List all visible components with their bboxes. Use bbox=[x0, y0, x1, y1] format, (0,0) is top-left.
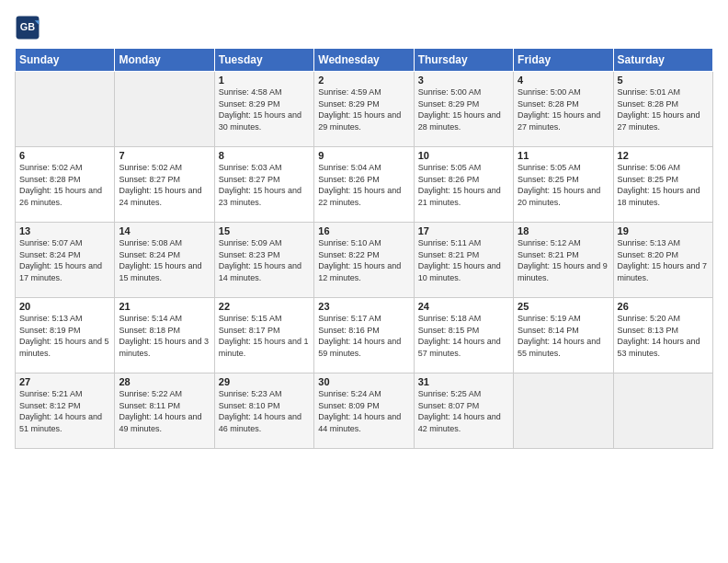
calendar-week-row: 13Sunrise: 5:07 AM Sunset: 8:24 PM Dayli… bbox=[16, 223, 713, 298]
calendar-cell: 24Sunrise: 5:18 AM Sunset: 8:15 PM Dayli… bbox=[414, 298, 513, 373]
day-info: Sunrise: 5:14 AM Sunset: 8:18 PM Dayligh… bbox=[119, 313, 210, 359]
calendar-cell: 12Sunrise: 5:06 AM Sunset: 8:25 PM Dayli… bbox=[613, 147, 712, 223]
calendar-cell: 1Sunrise: 4:58 AM Sunset: 8:29 PM Daylig… bbox=[214, 72, 313, 147]
day-number: 19 bbox=[618, 225, 709, 236]
logo: GB bbox=[15, 15, 44, 40]
calendar-cell: 16Sunrise: 5:10 AM Sunset: 8:22 PM Dayli… bbox=[314, 223, 414, 298]
calendar-cell: 15Sunrise: 5:09 AM Sunset: 8:23 PM Dayli… bbox=[214, 223, 313, 298]
day-info: Sunrise: 5:21 AM Sunset: 8:12 PM Dayligh… bbox=[19, 388, 110, 434]
day-info: Sunrise: 5:15 AM Sunset: 8:17 PM Dayligh… bbox=[219, 313, 310, 359]
calendar-cell: 13Sunrise: 5:07 AM Sunset: 8:24 PM Dayli… bbox=[16, 223, 115, 298]
calendar-cell: 14Sunrise: 5:08 AM Sunset: 8:24 PM Dayli… bbox=[115, 223, 214, 298]
col-monday: Monday bbox=[115, 49, 214, 72]
col-friday: Friday bbox=[514, 49, 613, 72]
calendar-cell: 9Sunrise: 5:04 AM Sunset: 8:26 PM Daylig… bbox=[314, 147, 414, 223]
day-info: Sunrise: 5:06 AM Sunset: 8:25 PM Dayligh… bbox=[618, 162, 709, 208]
day-info: Sunrise: 5:12 AM Sunset: 8:21 PM Dayligh… bbox=[518, 237, 609, 283]
calendar-cell: 4Sunrise: 5:00 AM Sunset: 8:28 PM Daylig… bbox=[514, 72, 613, 147]
day-number: 30 bbox=[318, 376, 409, 387]
calendar-cell: 27Sunrise: 5:21 AM Sunset: 8:12 PM Dayli… bbox=[16, 373, 115, 449]
calendar-page: GB Sunday Monday Tuesday Wednesday Thurs… bbox=[0, 0, 728, 563]
calendar-cell: 11Sunrise: 5:05 AM Sunset: 8:25 PM Dayli… bbox=[514, 147, 613, 223]
day-info: Sunrise: 5:18 AM Sunset: 8:15 PM Dayligh… bbox=[418, 313, 509, 359]
day-info: Sunrise: 5:13 AM Sunset: 8:20 PM Dayligh… bbox=[618, 237, 709, 283]
calendar-cell bbox=[613, 373, 712, 449]
calendar-cell: 20Sunrise: 5:13 AM Sunset: 8:19 PM Dayli… bbox=[16, 298, 115, 373]
day-info: Sunrise: 5:09 AM Sunset: 8:23 PM Dayligh… bbox=[219, 237, 310, 283]
day-number: 22 bbox=[219, 301, 310, 312]
day-number: 6 bbox=[19, 150, 110, 161]
day-info: Sunrise: 5:08 AM Sunset: 8:24 PM Dayligh… bbox=[119, 237, 210, 283]
col-wednesday: Wednesday bbox=[314, 49, 414, 72]
day-number: 17 bbox=[418, 225, 509, 236]
day-info: Sunrise: 5:00 AM Sunset: 8:28 PM Dayligh… bbox=[518, 86, 609, 132]
calendar-cell: 28Sunrise: 5:22 AM Sunset: 8:11 PM Dayli… bbox=[115, 373, 214, 449]
calendar-cell: 25Sunrise: 5:19 AM Sunset: 8:14 PM Dayli… bbox=[514, 298, 613, 373]
calendar-cell: 29Sunrise: 5:23 AM Sunset: 8:10 PM Dayli… bbox=[214, 373, 313, 449]
calendar-cell: 18Sunrise: 5:12 AM Sunset: 8:21 PM Dayli… bbox=[514, 223, 613, 298]
calendar-cell: 3Sunrise: 5:00 AM Sunset: 8:29 PM Daylig… bbox=[414, 72, 513, 147]
day-info: Sunrise: 5:17 AM Sunset: 8:16 PM Dayligh… bbox=[318, 313, 409, 359]
day-number: 12 bbox=[618, 150, 709, 161]
day-number: 18 bbox=[518, 225, 609, 236]
col-thursday: Thursday bbox=[414, 49, 513, 72]
calendar-cell: 8Sunrise: 5:03 AM Sunset: 8:27 PM Daylig… bbox=[214, 147, 313, 223]
day-info: Sunrise: 4:59 AM Sunset: 8:29 PM Dayligh… bbox=[318, 86, 409, 132]
day-number: 26 bbox=[618, 301, 709, 312]
day-info: Sunrise: 5:10 AM Sunset: 8:22 PM Dayligh… bbox=[318, 237, 409, 283]
day-info: Sunrise: 5:25 AM Sunset: 8:07 PM Dayligh… bbox=[418, 388, 509, 434]
day-info: Sunrise: 5:23 AM Sunset: 8:10 PM Dayligh… bbox=[219, 388, 310, 434]
calendar-cell: 19Sunrise: 5:13 AM Sunset: 8:20 PM Dayli… bbox=[613, 223, 712, 298]
day-number: 1 bbox=[219, 75, 310, 86]
day-info: Sunrise: 5:00 AM Sunset: 8:29 PM Dayligh… bbox=[418, 86, 509, 132]
calendar-cell: 26Sunrise: 5:20 AM Sunset: 8:13 PM Dayli… bbox=[613, 298, 712, 373]
day-info: Sunrise: 5:05 AM Sunset: 8:25 PM Dayligh… bbox=[518, 162, 609, 208]
day-number: 20 bbox=[19, 301, 110, 312]
day-info: Sunrise: 5:07 AM Sunset: 8:24 PM Dayligh… bbox=[19, 237, 110, 283]
header-row: Sunday Monday Tuesday Wednesday Thursday… bbox=[16, 49, 713, 72]
day-number: 3 bbox=[418, 75, 509, 86]
day-number: 13 bbox=[19, 225, 110, 236]
day-number: 27 bbox=[19, 376, 110, 387]
day-number: 4 bbox=[518, 75, 609, 86]
day-info: Sunrise: 5:01 AM Sunset: 8:28 PM Dayligh… bbox=[618, 86, 709, 132]
calendar-cell bbox=[514, 373, 613, 449]
calendar-week-row: 20Sunrise: 5:13 AM Sunset: 8:19 PM Dayli… bbox=[16, 298, 713, 373]
day-number: 14 bbox=[119, 225, 210, 236]
calendar-cell bbox=[115, 72, 214, 147]
col-tuesday: Tuesday bbox=[214, 49, 313, 72]
calendar-cell: 17Sunrise: 5:11 AM Sunset: 8:21 PM Dayli… bbox=[414, 223, 513, 298]
col-sunday: Sunday bbox=[16, 49, 115, 72]
calendar-cell: 30Sunrise: 5:24 AM Sunset: 8:09 PM Dayli… bbox=[314, 373, 414, 449]
calendar-table: Sunday Monday Tuesday Wednesday Thursday… bbox=[15, 48, 713, 449]
logo-icon: GB bbox=[15, 15, 40, 40]
day-info: Sunrise: 5:03 AM Sunset: 8:27 PM Dayligh… bbox=[219, 162, 310, 208]
day-number: 24 bbox=[418, 301, 509, 312]
day-info: Sunrise: 5:19 AM Sunset: 8:14 PM Dayligh… bbox=[518, 313, 609, 359]
calendar-week-row: 1Sunrise: 4:58 AM Sunset: 8:29 PM Daylig… bbox=[16, 72, 713, 147]
calendar-cell: 21Sunrise: 5:14 AM Sunset: 8:18 PM Dayli… bbox=[115, 298, 214, 373]
calendar-cell: 2Sunrise: 4:59 AM Sunset: 8:29 PM Daylig… bbox=[314, 72, 414, 147]
header: GB bbox=[15, 15, 713, 40]
calendar-cell: 22Sunrise: 5:15 AM Sunset: 8:17 PM Dayli… bbox=[214, 298, 313, 373]
calendar-cell: 6Sunrise: 5:02 AM Sunset: 8:28 PM Daylig… bbox=[16, 147, 115, 223]
day-info: Sunrise: 5:20 AM Sunset: 8:13 PM Dayligh… bbox=[618, 313, 709, 359]
calendar-cell: 23Sunrise: 5:17 AM Sunset: 8:16 PM Dayli… bbox=[314, 298, 414, 373]
calendar-week-row: 6Sunrise: 5:02 AM Sunset: 8:28 PM Daylig… bbox=[16, 147, 713, 223]
day-number: 2 bbox=[318, 75, 409, 86]
day-number: 29 bbox=[219, 376, 310, 387]
day-info: Sunrise: 5:13 AM Sunset: 8:19 PM Dayligh… bbox=[19, 313, 110, 359]
day-number: 25 bbox=[518, 301, 609, 312]
day-number: 11 bbox=[518, 150, 609, 161]
day-number: 23 bbox=[318, 301, 409, 312]
day-number: 28 bbox=[119, 376, 210, 387]
day-number: 10 bbox=[418, 150, 509, 161]
day-number: 21 bbox=[119, 301, 210, 312]
day-number: 16 bbox=[318, 225, 409, 236]
col-saturday: Saturday bbox=[613, 49, 712, 72]
day-number: 5 bbox=[618, 75, 709, 86]
day-info: Sunrise: 5:11 AM Sunset: 8:21 PM Dayligh… bbox=[418, 237, 509, 283]
day-number: 7 bbox=[119, 150, 210, 161]
day-info: Sunrise: 5:22 AM Sunset: 8:11 PM Dayligh… bbox=[119, 388, 210, 434]
day-info: Sunrise: 4:58 AM Sunset: 8:29 PM Dayligh… bbox=[219, 86, 310, 132]
